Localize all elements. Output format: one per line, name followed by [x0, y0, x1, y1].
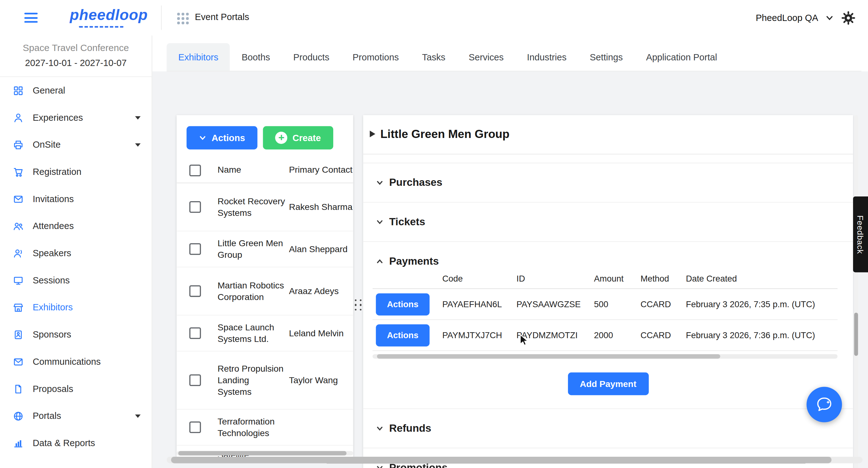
hamburger-menu-icon[interactable] — [24, 13, 37, 23]
payment-actions-button[interactable]: Actions — [376, 324, 430, 346]
sidebar-item-registration[interactable]: Registration — [0, 158, 152, 186]
document-icon — [12, 383, 24, 394]
sidebar-item-label: Invitations — [33, 194, 73, 204]
account-name[interactable]: PheedLoop QA — [756, 12, 818, 23]
section-purchases-header[interactable]: Purchases — [363, 177, 853, 189]
section-refunds: Refunds — [363, 409, 853, 448]
chat-bubble-icon — [814, 395, 834, 414]
column-header-id: ID — [517, 274, 525, 284]
tab-application-portal[interactable]: Application Portal — [634, 43, 729, 71]
feedback-tab[interactable]: Feedback — [853, 196, 868, 272]
payment-amount: 500 — [594, 299, 608, 309]
column-header-amount: Amount — [594, 274, 624, 284]
sidebar-item-attendees[interactable]: Attendees — [0, 212, 152, 240]
table-row[interactable]: Little Green Men Group Alan Sheppard — [177, 231, 353, 267]
exhibitor-name: Martian Robotics Corporation — [217, 279, 285, 303]
select-all-checkbox[interactable] — [189, 164, 201, 176]
chevron-down-icon — [135, 414, 141, 418]
primary-contact: Araaz Adeys — [289, 285, 353, 297]
logo-underline — [79, 26, 124, 28]
primary-contact: Taylor Wang — [289, 374, 353, 386]
sidebar-item-sponsors[interactable]: Sponsors — [0, 321, 152, 348]
section-label: Payments — [389, 255, 439, 268]
list-header-row: Name Primary Contact — [177, 158, 353, 183]
column-header-method: Method — [641, 274, 669, 284]
list-horizontal-scrollbar[interactable] — [177, 451, 353, 456]
scrollbar-thumb[interactable] — [171, 457, 832, 463]
section-payments: Payments Code ID Amount Method Date Crea… — [363, 241, 853, 408]
tab-settings[interactable]: Settings — [578, 43, 634, 71]
tab-booths[interactable]: Booths — [230, 43, 282, 71]
row-checkbox[interactable] — [189, 374, 201, 386]
pheedloop-logo[interactable]: pheedloop — [70, 6, 148, 24]
tab-products[interactable]: Products — [282, 43, 341, 71]
sidebar-item-label: Attendees — [33, 221, 73, 231]
event-name: Space Travel Conference — [6, 42, 146, 54]
sidebar-item-proposals[interactable]: Proposals — [0, 375, 152, 402]
row-checkbox[interactable] — [189, 201, 201, 213]
tab-bar: Exhibitors Booths Products Promotions Ta… — [167, 43, 861, 71]
table-row[interactable]: Space Launch Systems Ltd. Leland Melvin — [177, 315, 353, 351]
section-tickets: Tickets — [363, 202, 853, 242]
exhibitor-name: Rocket Recovery Systems — [217, 195, 285, 219]
table-row[interactable]: Retro Propulsion Landing Systems Taylor … — [177, 351, 353, 409]
row-checkbox[interactable] — [189, 285, 201, 297]
badge-icon — [12, 329, 24, 340]
chevron-down-icon — [375, 424, 384, 433]
tab-promotions[interactable]: Promotions — [341, 43, 410, 71]
main-horizontal-scrollbar[interactable] — [167, 457, 863, 463]
tab-services[interactable]: Services — [457, 43, 515, 71]
scrollbar-thumb[interactable] — [377, 354, 720, 358]
sidebar-item-sessions[interactable]: Sessions — [0, 267, 152, 294]
tab-exhibitors[interactable]: Exhibitors — [167, 43, 230, 71]
row-checkbox[interactable] — [189, 422, 201, 433]
table-row[interactable]: Martian Robotics Corporation Araaz Adeys — [177, 267, 353, 315]
plus-icon — [275, 132, 287, 144]
section-tickets-header[interactable]: Tickets — [363, 216, 853, 228]
collapse-triangle-icon[interactable] — [370, 131, 375, 137]
top-bar: pheedloop Event Portals PheedLoop QA — [0, 0, 868, 35]
sidebar: Space Travel Conference 2027-10-01 - 202… — [0, 35, 152, 468]
apps-grid-icon[interactable] — [177, 13, 189, 24]
table-row[interactable]: Rocket Recovery Systems Rakesh Sharma — [177, 183, 353, 231]
chevron-down-icon — [375, 217, 384, 226]
create-button[interactable]: Create — [263, 126, 333, 149]
table-row[interactable]: Terraformation Technologies — [177, 409, 353, 445]
speaker-person-icon — [12, 248, 24, 259]
chat-widget-button[interactable] — [807, 387, 842, 422]
sidebar-item-communications[interactable]: Communications — [0, 348, 152, 375]
payment-date-created: February 3 2026, 7:35 p.m. (UTC) — [686, 299, 815, 309]
add-payment-button[interactable]: Add Payment — [568, 373, 648, 396]
row-checkbox[interactable] — [189, 327, 201, 339]
section-refunds-header[interactable]: Refunds — [363, 422, 853, 435]
sidebar-item-experiences[interactable]: Experiences — [0, 104, 152, 131]
chevron-down-icon[interactable] — [826, 13, 834, 22]
sidebar-item-data-reports[interactable]: Data & Reports — [0, 430, 152, 457]
chevron-down-icon — [199, 134, 207, 142]
chevron-up-icon — [375, 257, 384, 266]
gear-icon[interactable] — [841, 10, 856, 25]
sidebar-item-onsite[interactable]: OnSite — [0, 131, 152, 158]
sidebar-item-label: Speakers — [33, 248, 71, 259]
row-checkbox[interactable] — [189, 243, 201, 255]
payment-method: CCARD — [641, 299, 671, 309]
panel-resize-handle[interactable] — [355, 300, 362, 311]
scrollbar-thumb[interactable] — [178, 451, 347, 456]
sidebar-item-invitations[interactable]: Invitations — [0, 186, 152, 213]
section-payments-header[interactable]: Payments — [363, 255, 853, 268]
exhibitor-detail-panel: Little Green Men Group Purchases Tickets — [363, 115, 853, 468]
payments-horizontal-scrollbar[interactable] — [373, 354, 838, 358]
divider — [161, 6, 162, 30]
scrollbar-thumb[interactable] — [854, 313, 858, 356]
primary-contact: Rakesh Sharma — [289, 201, 353, 213]
sidebar-item-exhibitors[interactable]: Exhibitors — [0, 294, 152, 321]
actions-button[interactable]: Actions — [186, 126, 257, 149]
sidebar-item-portals[interactable]: Portals — [0, 402, 152, 430]
payment-actions-button[interactable]: Actions — [376, 293, 430, 315]
tab-tasks[interactable]: Tasks — [410, 43, 457, 71]
payment-row: Actions PAYMJTXJ7CH PAYDMZMOTZI 2000 CCA… — [373, 320, 838, 351]
sidebar-item-general[interactable]: General — [0, 77, 152, 104]
tab-industries[interactable]: Industries — [515, 43, 578, 71]
vertical-scrollbar[interactable] — [854, 115, 858, 468]
sidebar-item-speakers[interactable]: Speakers — [0, 240, 152, 267]
